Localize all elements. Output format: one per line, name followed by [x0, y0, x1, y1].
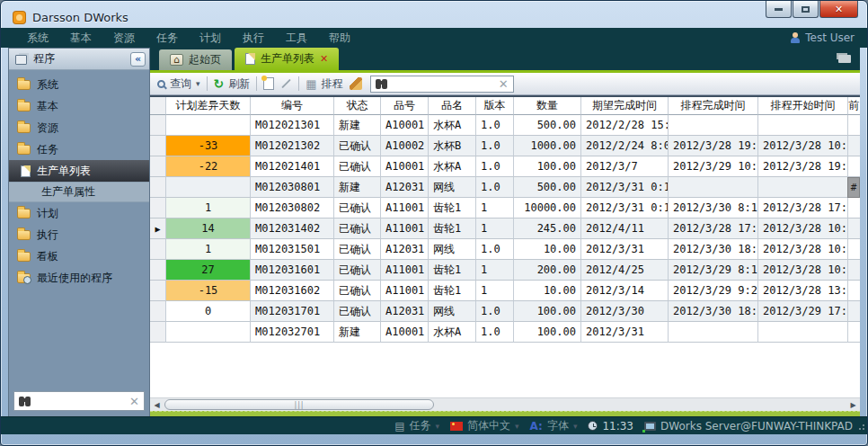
sidebar-item-label: 生产单属性: [41, 184, 95, 200]
scroll-right-button[interactable]: ▶: [846, 398, 860, 412]
sidebar-item[interactable]: 最近使用的程序: [9, 267, 149, 289]
sidebar-item[interactable]: 计划: [9, 202, 149, 224]
table-cell: [758, 177, 848, 198]
maximize-icon: [802, 6, 810, 13]
resize-grip[interactable]: [857, 424, 864, 432]
column-header[interactable]: 品名: [429, 97, 476, 115]
broom-icon[interactable]: [350, 77, 362, 90]
sidebar-item[interactable]: 看板: [9, 245, 149, 267]
user-icon: [790, 32, 801, 43]
column-header[interactable]: 版本: [476, 97, 514, 115]
table-row[interactable]: M012021301新建A10001水杯A1.0500.002012/2/28 …: [150, 115, 860, 136]
table-row[interactable]: M012032701新建A10001水杯A1.0100.002012/3/31: [150, 322, 860, 343]
table-cell: 1.0: [476, 301, 514, 322]
table-cell: 1.0: [476, 156, 514, 177]
table-cell: 1: [476, 219, 514, 239]
language-menu[interactable]: 简体中文 ▾: [450, 418, 519, 433]
menu-item[interactable]: 帮助: [321, 31, 359, 46]
table-cell: 齿轮1: [429, 260, 476, 281]
toolbar-search-clear-icon[interactable]: ✕: [499, 77, 509, 91]
toolbar-search-input[interactable]: [386, 77, 499, 90]
search-icon: [157, 80, 165, 88]
sidebar-item[interactable]: 执行: [9, 224, 149, 245]
maximize-button[interactable]: [793, 1, 819, 18]
task-menu[interactable]: ▤ 任务 ▾: [394, 418, 439, 433]
column-header[interactable]: 期望完成时间: [581, 97, 669, 115]
tab-close-icon[interactable]: ✕: [320, 53, 328, 65]
table-row[interactable]: -15M012031602已确认A11001齿轮1110.002012/3/14…: [150, 281, 860, 301]
column-header[interactable]: 计划差异天数: [166, 97, 251, 115]
schedule-button[interactable]: ▦ 排程: [306, 76, 342, 92]
menu-item[interactable]: 执行: [235, 31, 272, 46]
tab[interactable]: ⌂起始页: [159, 49, 232, 70]
sidebar-collapse-button[interactable]: «: [130, 52, 146, 67]
table-cell: 2012/3/30 18:00: [669, 239, 758, 260]
folder-icon: [17, 123, 31, 133]
scrollbar-thumb[interactable]: |||: [164, 399, 434, 410]
column-header[interactable]: 数量: [514, 97, 581, 115]
table-cell: 已确认: [334, 198, 381, 219]
sidebar-item[interactable]: 任务: [9, 138, 149, 160]
calculator-icon: ▦: [306, 78, 316, 90]
table-cell: M012021301: [251, 115, 334, 136]
folder-icon: [17, 252, 31, 262]
clock-display: 11:33: [588, 420, 633, 433]
sidebar-item[interactable]: 基本: [9, 95, 149, 117]
column-header[interactable]: 品号: [381, 97, 429, 115]
query-button[interactable]: 查询 ▾: [157, 76, 200, 92]
recent-folder-icon: [17, 273, 31, 283]
menu-item[interactable]: 系统: [19, 31, 57, 46]
close-button[interactable]: ✕: [819, 1, 858, 18]
table-cell: A11001: [381, 281, 429, 301]
sidebar-item[interactable]: 生产单列表: [9, 160, 149, 182]
new-document-button[interactable]: [263, 77, 274, 90]
horizontal-scrollbar[interactable]: ◀ ||| ▶: [150, 397, 860, 411]
table-row[interactable]: 1M012030802已确认A11001齿轮1110000.002012/3/3…: [150, 198, 860, 219]
table-cell: 500.00: [514, 177, 581, 198]
menu-item[interactable]: 任务: [148, 31, 186, 46]
table-cell: M012030801: [251, 177, 334, 198]
toolbar-search-box: ✕: [370, 76, 514, 93]
minimize-button[interactable]: [766, 1, 792, 18]
column-header[interactable]: 排程开始时间: [758, 97, 848, 115]
table-cell: A10002: [381, 136, 429, 156]
table-row[interactable]: 27M012031601已确认A11001齿轮11200.002012/4/25…: [150, 260, 860, 281]
table-cell: 已确认: [334, 301, 381, 322]
menu-item[interactable]: 工具: [278, 31, 315, 46]
plan-diff-cell: [166, 322, 251, 343]
menu-item[interactable]: 资源: [105, 31, 143, 46]
menu-item[interactable]: 计划: [191, 31, 229, 46]
table-row[interactable]: 1M012031501已确认A12031网线1.010.002012/3/312…: [150, 239, 860, 260]
sidebar-search-clear-icon[interactable]: ✕: [129, 395, 139, 408]
sidebar-item[interactable]: 资源: [9, 117, 149, 138]
menu-item[interactable]: 基本: [62, 31, 100, 46]
table-cell: A12031: [381, 177, 429, 198]
table-row[interactable]: -33M012021302已确认A10002水杯B1.01000.002012/…: [150, 136, 860, 156]
table-row[interactable]: 0M012031701已确认A12031网线1.0100.002012/3/30…: [150, 301, 860, 322]
sidebar-item-label: 基本: [37, 99, 58, 114]
column-header[interactable]: 编号: [251, 97, 334, 115]
table-cell: 水杯A: [429, 115, 476, 136]
user-badge[interactable]: Test User: [790, 31, 855, 44]
edit-pencil-button[interactable]: [281, 79, 291, 89]
column-header[interactable]: 排程完成时间: [669, 97, 758, 115]
tab-list-icon[interactable]: [838, 55, 851, 63]
plan-diff-cell: -33: [166, 136, 251, 156]
refresh-button[interactable]: ↻ 刷新: [214, 76, 251, 92]
table-cell: 245.00: [514, 219, 581, 239]
sidebar-item[interactable]: 生产单属性: [9, 182, 149, 202]
sidebar-search-input[interactable]: [30, 395, 129, 407]
font-menu[interactable]: A: 字体 ▾: [530, 418, 578, 433]
column-header[interactable]: 状态: [334, 97, 381, 115]
column-header[interactable]: 前: [848, 97, 860, 115]
sidebar-item[interactable]: 系统: [9, 74, 149, 95]
tab[interactable]: 生产单列表✕: [235, 48, 339, 70]
table-cell: M012021401: [251, 156, 334, 177]
scroll-left-button[interactable]: ◀: [150, 398, 164, 412]
table-cell: [848, 301, 860, 322]
sidebar-item-label: 执行: [37, 227, 58, 243]
table-row[interactable]: M012030801新建A12031网线1.0500.002012/3/31 0…: [150, 177, 860, 198]
plan-diff-cell: [166, 115, 251, 136]
table-row[interactable]: -22M012021401已确认A10001水杯A1.0100.002012/3…: [150, 156, 860, 177]
table-row[interactable]: ▶14M012031402已确认A11001齿轮11245.002012/4/1…: [150, 219, 860, 239]
